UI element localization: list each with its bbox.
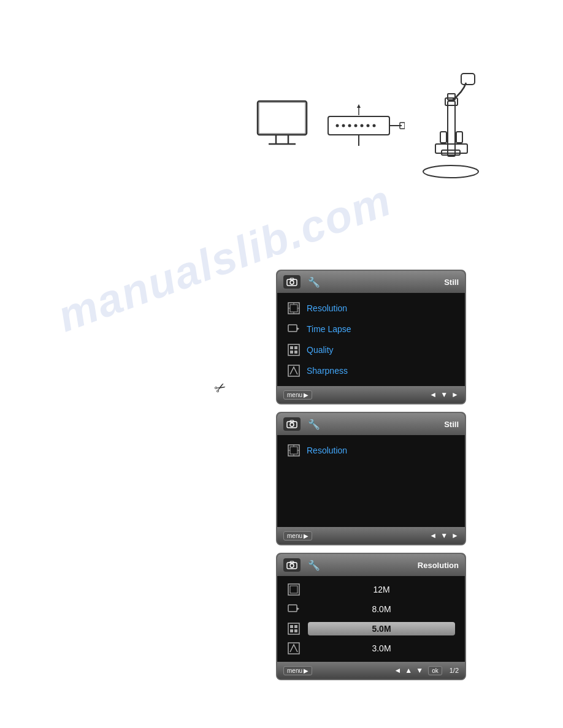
wrench-icon2: 🔧 (308, 419, 320, 430)
menu-item-timelapse[interactable]: Time Lapse (285, 319, 458, 339)
opt-12m-label: 12M (308, 585, 455, 594)
option-12m[interactable]: 12M (285, 580, 458, 599)
svg-rect-0 (258, 101, 307, 135)
svg-point-8 (348, 124, 351, 127)
option-8m[interactable]: 8.0M (285, 599, 458, 619)
right-arrow[interactable]: ► (451, 390, 459, 399)
left-arrow3[interactable]: ◄ (394, 666, 401, 675)
svg-point-17 (423, 165, 478, 178)
down-arrow3[interactable]: ▼ (416, 666, 423, 675)
menu-item-timelapse-label: Time Lapse (307, 324, 351, 334)
page-indicator: 1/2 (450, 667, 459, 674)
panel2-footer: menu▶ ◄ ▼ ► (277, 527, 465, 544)
svg-point-11 (367, 124, 370, 127)
svg-point-6 (336, 124, 339, 127)
svg-point-9 (354, 124, 358, 127)
monitor-icon (251, 98, 313, 153)
resolution-icon (287, 301, 301, 315)
option-5m[interactable]: 5.0M (285, 619, 458, 639)
svg-marker-16 (357, 104, 361, 108)
svg-marker-58 (297, 607, 299, 610)
svg-rect-1 (259, 102, 305, 134)
svg-rect-39 (294, 346, 297, 349)
down-arrow2[interactable]: ▼ (440, 531, 448, 540)
sharpness-icon (287, 364, 301, 377)
connection-diagram (209, 37, 527, 214)
svg-rect-59 (288, 623, 299, 634)
svg-point-10 (361, 124, 364, 127)
opt-12m-icon (287, 583, 301, 596)
panel3-nav: ◄ ▲ ▼ (394, 666, 423, 675)
menu-button3[interactable]: menu▶ (283, 666, 312, 675)
opt-3m-icon (287, 642, 301, 655)
svg-point-44 (290, 423, 294, 427)
option-3m[interactable]: 3.0M (285, 639, 458, 658)
menu-item-resolution[interactable]: Resolution (285, 298, 458, 319)
still-single-panel: 🔧 Still Resolution (276, 412, 466, 545)
up-arrow3[interactable]: ▲ (405, 666, 412, 675)
panel2-nav: ◄ ▼ ► (429, 531, 459, 540)
wrench-diagram-icon: ✂ (212, 378, 229, 398)
resolution-icon2 (287, 444, 301, 457)
svg-rect-63 (294, 629, 297, 632)
left-arrow2[interactable]: ◄ (429, 531, 437, 540)
svg-rect-24 (456, 132, 462, 143)
menu-item-quality-label: Quality (307, 345, 334, 355)
down-arrow[interactable]: ▼ (440, 390, 448, 399)
svg-rect-30 (290, 305, 297, 312)
timelapse-icon (287, 322, 301, 336)
menu-item-resolution-label: Resolution (307, 303, 347, 313)
menu-item-resolution2-label: Resolution (307, 446, 347, 455)
panel2-header: 🔧 Still (277, 413, 465, 435)
svg-rect-38 (290, 346, 293, 349)
svg-point-12 (373, 124, 376, 127)
menu-item-sharpness[interactable]: Sharpness (285, 360, 458, 381)
right-arrow2[interactable]: ► (451, 531, 459, 540)
panel3-title: Resolution (418, 561, 459, 570)
menu-item-resolution2[interactable]: Resolution (285, 440, 458, 461)
svg-rect-25 (435, 144, 467, 153)
wrench-icon3: 🔧 (308, 559, 320, 571)
panel3-body: 12M 8.0M (277, 576, 465, 662)
svg-point-53 (290, 564, 294, 567)
menu-button2[interactable]: menu▶ (283, 531, 312, 540)
opt-3m-label: 3.0M (308, 643, 455, 653)
camera-icon3 (283, 558, 301, 572)
svg-rect-56 (290, 586, 297, 593)
microscope-icon (417, 70, 484, 181)
still-menu-panel: 🔧 Still Resolution (276, 270, 466, 404)
opt-8m-icon (287, 602, 301, 616)
svg-rect-62 (290, 629, 293, 632)
panel1-nav: ◄ ▼ ► (429, 390, 459, 399)
opt-5m-icon (287, 622, 301, 635)
panel1-title: Still (444, 278, 459, 287)
svg-rect-41 (294, 351, 297, 354)
svg-rect-22 (461, 74, 475, 85)
svg-rect-61 (294, 625, 297, 628)
menu-item-sharpness-label: Sharpness (307, 366, 348, 376)
panel3-header: 🔧 Resolution (277, 554, 465, 576)
left-arrow[interactable]: ◄ (429, 390, 437, 399)
svg-rect-47 (290, 447, 297, 454)
svg-rect-19 (448, 101, 455, 156)
opt-8m-label: 8.0M (308, 604, 455, 614)
panels-container: 🔧 Still Resolution (276, 270, 466, 680)
menu-item-quality[interactable]: Quality (285, 339, 458, 360)
ok-button[interactable]: ok (428, 666, 442, 675)
svg-rect-40 (290, 351, 293, 354)
svg-point-7 (342, 124, 345, 127)
panel2-body: Resolution (277, 435, 465, 527)
menu-button[interactable]: menu▶ (283, 390, 312, 400)
panel1-header: 🔧 Still (277, 271, 465, 293)
camera-icon (283, 275, 301, 289)
svg-rect-57 (288, 605, 297, 612)
panel2-title: Still (444, 420, 459, 429)
svg-rect-35 (288, 325, 297, 332)
quality-icon (287, 343, 301, 357)
svg-rect-60 (290, 625, 293, 628)
svg-rect-37 (288, 344, 299, 355)
wrench-icon: 🔧 (308, 276, 320, 288)
svg-rect-23 (440, 132, 446, 143)
panel3-footer: menu▶ ◄ ▲ ▼ ok 1/2 (277, 662, 465, 679)
resolution-options-panel: 🔧 Resolution 12M (276, 553, 466, 680)
